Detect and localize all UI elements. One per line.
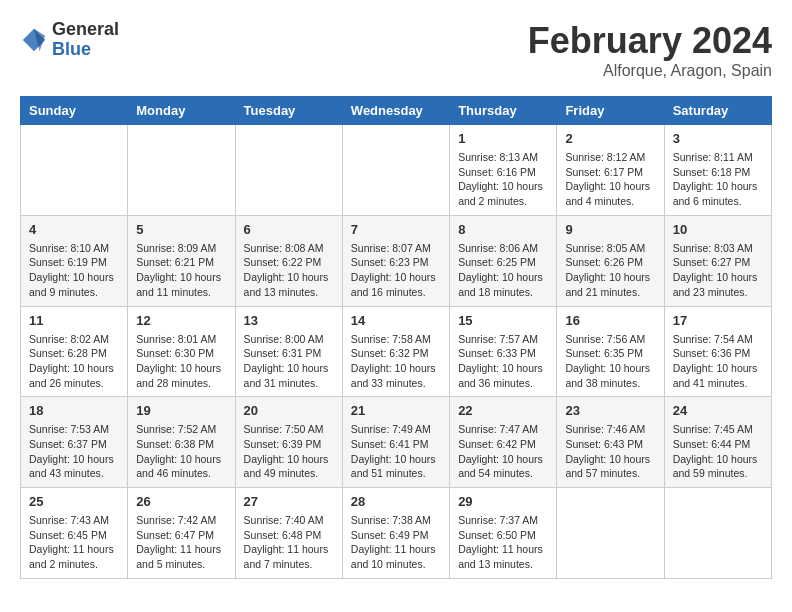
day-info: Sunrise: 7:53 AMSunset: 6:37 PMDaylight:… xyxy=(29,422,119,481)
logo-general-text: General xyxy=(52,20,119,40)
calendar-cell: 10Sunrise: 8:03 AMSunset: 6:27 PMDayligh… xyxy=(664,215,771,306)
day-info: Sunrise: 7:52 AMSunset: 6:38 PMDaylight:… xyxy=(136,422,226,481)
day-info: Sunrise: 8:07 AMSunset: 6:23 PMDaylight:… xyxy=(351,241,441,300)
calendar-cell xyxy=(557,488,664,579)
day-number: 24 xyxy=(673,403,763,418)
day-info: Sunrise: 7:43 AMSunset: 6:45 PMDaylight:… xyxy=(29,513,119,572)
day-number: 18 xyxy=(29,403,119,418)
calendar-cell: 11Sunrise: 8:02 AMSunset: 6:28 PMDayligh… xyxy=(21,306,128,397)
calendar-row: 4Sunrise: 8:10 AMSunset: 6:19 PMDaylight… xyxy=(21,215,772,306)
day-info: Sunrise: 7:40 AMSunset: 6:48 PMDaylight:… xyxy=(244,513,334,572)
day-info: Sunrise: 8:12 AMSunset: 6:17 PMDaylight:… xyxy=(565,150,655,209)
header-cell-sunday: Sunday xyxy=(21,97,128,125)
day-info: Sunrise: 8:02 AMSunset: 6:28 PMDaylight:… xyxy=(29,332,119,391)
calendar-cell: 2Sunrise: 8:12 AMSunset: 6:17 PMDaylight… xyxy=(557,125,664,216)
day-info: Sunrise: 7:54 AMSunset: 6:36 PMDaylight:… xyxy=(673,332,763,391)
calendar-cell xyxy=(128,125,235,216)
day-number: 14 xyxy=(351,313,441,328)
header-cell-thursday: Thursday xyxy=(450,97,557,125)
day-info: Sunrise: 8:05 AMSunset: 6:26 PMDaylight:… xyxy=(565,241,655,300)
day-number: 19 xyxy=(136,403,226,418)
day-info: Sunrise: 8:10 AMSunset: 6:19 PMDaylight:… xyxy=(29,241,119,300)
day-number: 3 xyxy=(673,131,763,146)
logo: General Blue xyxy=(20,20,119,60)
day-info: Sunrise: 8:01 AMSunset: 6:30 PMDaylight:… xyxy=(136,332,226,391)
calendar-body: 1Sunrise: 8:13 AMSunset: 6:16 PMDaylight… xyxy=(21,125,772,579)
day-number: 11 xyxy=(29,313,119,328)
day-info: Sunrise: 7:38 AMSunset: 6:49 PMDaylight:… xyxy=(351,513,441,572)
day-number: 1 xyxy=(458,131,548,146)
title-area: February 2024 Alforque, Aragon, Spain xyxy=(528,20,772,80)
day-number: 21 xyxy=(351,403,441,418)
day-number: 9 xyxy=(565,222,655,237)
day-number: 23 xyxy=(565,403,655,418)
calendar-cell: 23Sunrise: 7:46 AMSunset: 6:43 PMDayligh… xyxy=(557,397,664,488)
page-header: General Blue February 2024 Alforque, Ara… xyxy=(20,20,772,80)
calendar-cell: 22Sunrise: 7:47 AMSunset: 6:42 PMDayligh… xyxy=(450,397,557,488)
calendar-cell: 3Sunrise: 8:11 AMSunset: 6:18 PMDaylight… xyxy=(664,125,771,216)
day-info: Sunrise: 7:50 AMSunset: 6:39 PMDaylight:… xyxy=(244,422,334,481)
calendar-cell: 28Sunrise: 7:38 AMSunset: 6:49 PMDayligh… xyxy=(342,488,449,579)
calendar-cell: 26Sunrise: 7:42 AMSunset: 6:47 PMDayligh… xyxy=(128,488,235,579)
calendar-cell: 4Sunrise: 8:10 AMSunset: 6:19 PMDaylight… xyxy=(21,215,128,306)
day-number: 16 xyxy=(565,313,655,328)
calendar-cell: 15Sunrise: 7:57 AMSunset: 6:33 PMDayligh… xyxy=(450,306,557,397)
day-number: 7 xyxy=(351,222,441,237)
calendar-table: SundayMondayTuesdayWednesdayThursdayFrid… xyxy=(20,96,772,579)
calendar-cell: 20Sunrise: 7:50 AMSunset: 6:39 PMDayligh… xyxy=(235,397,342,488)
day-number: 29 xyxy=(458,494,548,509)
day-number: 26 xyxy=(136,494,226,509)
calendar-cell xyxy=(664,488,771,579)
day-number: 17 xyxy=(673,313,763,328)
calendar-header: SundayMondayTuesdayWednesdayThursdayFrid… xyxy=(21,97,772,125)
day-info: Sunrise: 8:09 AMSunset: 6:21 PMDaylight:… xyxy=(136,241,226,300)
header-cell-saturday: Saturday xyxy=(664,97,771,125)
header-row: SundayMondayTuesdayWednesdayThursdayFrid… xyxy=(21,97,772,125)
calendar-row: 1Sunrise: 8:13 AMSunset: 6:16 PMDaylight… xyxy=(21,125,772,216)
calendar-cell: 29Sunrise: 7:37 AMSunset: 6:50 PMDayligh… xyxy=(450,488,557,579)
calendar-cell: 5Sunrise: 8:09 AMSunset: 6:21 PMDaylight… xyxy=(128,215,235,306)
header-cell-monday: Monday xyxy=(128,97,235,125)
day-number: 10 xyxy=(673,222,763,237)
calendar-cell: 21Sunrise: 7:49 AMSunset: 6:41 PMDayligh… xyxy=(342,397,449,488)
day-info: Sunrise: 7:49 AMSunset: 6:41 PMDaylight:… xyxy=(351,422,441,481)
day-info: Sunrise: 7:37 AMSunset: 6:50 PMDaylight:… xyxy=(458,513,548,572)
day-info: Sunrise: 8:13 AMSunset: 6:16 PMDaylight:… xyxy=(458,150,548,209)
day-info: Sunrise: 8:00 AMSunset: 6:31 PMDaylight:… xyxy=(244,332,334,391)
day-number: 6 xyxy=(244,222,334,237)
day-info: Sunrise: 8:06 AMSunset: 6:25 PMDaylight:… xyxy=(458,241,548,300)
calendar-cell: 25Sunrise: 7:43 AMSunset: 6:45 PMDayligh… xyxy=(21,488,128,579)
logo-icon xyxy=(20,26,48,54)
calendar-row: 18Sunrise: 7:53 AMSunset: 6:37 PMDayligh… xyxy=(21,397,772,488)
day-number: 8 xyxy=(458,222,548,237)
day-number: 22 xyxy=(458,403,548,418)
day-info: Sunrise: 8:11 AMSunset: 6:18 PMDaylight:… xyxy=(673,150,763,209)
calendar-cell xyxy=(235,125,342,216)
day-number: 12 xyxy=(136,313,226,328)
calendar-cell: 12Sunrise: 8:01 AMSunset: 6:30 PMDayligh… xyxy=(128,306,235,397)
calendar-cell: 24Sunrise: 7:45 AMSunset: 6:44 PMDayligh… xyxy=(664,397,771,488)
header-cell-friday: Friday xyxy=(557,97,664,125)
calendar-cell: 14Sunrise: 7:58 AMSunset: 6:32 PMDayligh… xyxy=(342,306,449,397)
calendar-cell xyxy=(21,125,128,216)
calendar-cell xyxy=(342,125,449,216)
header-cell-tuesday: Tuesday xyxy=(235,97,342,125)
day-info: Sunrise: 7:57 AMSunset: 6:33 PMDaylight:… xyxy=(458,332,548,391)
calendar-cell: 18Sunrise: 7:53 AMSunset: 6:37 PMDayligh… xyxy=(21,397,128,488)
day-info: Sunrise: 7:42 AMSunset: 6:47 PMDaylight:… xyxy=(136,513,226,572)
day-number: 25 xyxy=(29,494,119,509)
day-number: 2 xyxy=(565,131,655,146)
header-cell-wednesday: Wednesday xyxy=(342,97,449,125)
day-info: Sunrise: 7:56 AMSunset: 6:35 PMDaylight:… xyxy=(565,332,655,391)
subtitle: Alforque, Aragon, Spain xyxy=(528,62,772,80)
calendar-cell: 7Sunrise: 8:07 AMSunset: 6:23 PMDaylight… xyxy=(342,215,449,306)
day-info: Sunrise: 7:45 AMSunset: 6:44 PMDaylight:… xyxy=(673,422,763,481)
day-number: 28 xyxy=(351,494,441,509)
calendar-cell: 1Sunrise: 8:13 AMSunset: 6:16 PMDaylight… xyxy=(450,125,557,216)
calendar-cell: 16Sunrise: 7:56 AMSunset: 6:35 PMDayligh… xyxy=(557,306,664,397)
calendar-cell: 8Sunrise: 8:06 AMSunset: 6:25 PMDaylight… xyxy=(450,215,557,306)
day-number: 13 xyxy=(244,313,334,328)
calendar-cell: 19Sunrise: 7:52 AMSunset: 6:38 PMDayligh… xyxy=(128,397,235,488)
calendar-cell: 9Sunrise: 8:05 AMSunset: 6:26 PMDaylight… xyxy=(557,215,664,306)
day-number: 4 xyxy=(29,222,119,237)
